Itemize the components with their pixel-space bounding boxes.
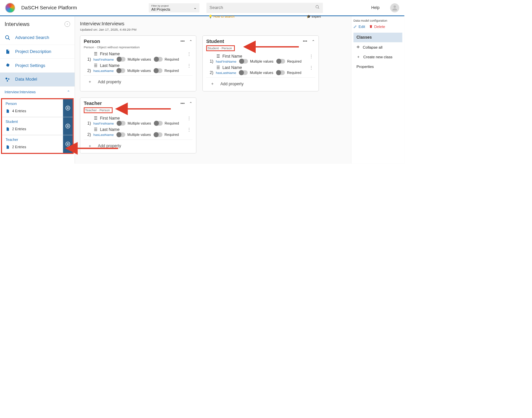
sidebar-item-project-settings[interactable]: Project Settings xyxy=(0,59,75,73)
sidebar: Interviews ‹ Advanced Search Project Des… xyxy=(0,16,75,164)
pencil-icon xyxy=(354,25,357,28)
class-card-student: Student ••• ⌃ Student · Person ☰ First N… xyxy=(202,35,319,91)
add-property-button[interactable]: ＋ Add property xyxy=(206,78,315,87)
class-name: Student xyxy=(6,120,60,124)
project-filter[interactable]: Filter by project All Projects ⌄ xyxy=(149,3,199,12)
class-entries[interactable]: 2 Entries xyxy=(6,145,60,150)
property-index: 2) xyxy=(87,68,91,73)
sidebar-item-label: Project Settings xyxy=(15,63,45,68)
user-avatar[interactable] xyxy=(390,3,399,12)
add-instance-button[interactable] xyxy=(63,99,73,117)
toggle-label: Required xyxy=(165,121,179,125)
add-property-button[interactable]: ＋ Add property xyxy=(84,140,193,149)
property-ref[interactable]: hasLastName xyxy=(94,133,114,137)
topbar: DaSCH Service Platform Filter by project… xyxy=(0,0,404,16)
property-menu-icon[interactable]: ⋮ xyxy=(308,54,315,58)
property-menu-icon[interactable]: ⋮ xyxy=(308,65,315,70)
sidebar-item-advanced-search[interactable]: Advanced Search xyxy=(0,31,75,45)
toggle-required[interactable] xyxy=(154,132,162,137)
more-icon[interactable]: ••• xyxy=(303,39,307,44)
document-icon xyxy=(5,49,11,55)
property-index: 1) xyxy=(87,121,91,126)
property-ref[interactable]: hasFirstName xyxy=(94,57,114,61)
search-box[interactable]: 💡 How to search 🎓 expert xyxy=(206,3,323,13)
toggle-multiple[interactable] xyxy=(117,132,126,137)
sidebar-class-person[interactable]: Person 4 Entries xyxy=(2,99,73,117)
toggle-multiple[interactable] xyxy=(239,70,248,75)
rp-classes-header[interactable]: Classes xyxy=(354,33,402,42)
class-card-teacher: Teacher ••• ⌃ Teacher · Person ☰ First N… xyxy=(80,98,196,154)
edit-button[interactable]: Edit xyxy=(354,24,365,29)
app-logo xyxy=(5,3,15,13)
search-input[interactable] xyxy=(209,5,315,10)
sidebar-item-project-description[interactable]: Project Description xyxy=(0,45,75,59)
delete-button[interactable]: Delete xyxy=(369,24,385,29)
help-link[interactable]: Help xyxy=(371,5,380,10)
toggle-multiple[interactable] xyxy=(117,68,126,73)
property-label: First Name xyxy=(100,116,183,121)
toggle-multiple[interactable] xyxy=(117,57,126,62)
class-entries[interactable]: 2 Entries xyxy=(6,127,60,132)
svg-point-3 xyxy=(6,36,9,39)
add-instance-button[interactable] xyxy=(63,135,73,153)
property-menu-icon[interactable]: ⋮ xyxy=(185,116,192,120)
expert-link[interactable]: 🎓 expert xyxy=(307,15,321,18)
property-label: Last Name xyxy=(100,63,183,68)
chevron-up-icon[interactable]: ⌃ xyxy=(189,101,192,106)
toggle-multiple[interactable] xyxy=(239,59,248,64)
search-icon xyxy=(5,35,11,41)
short-text-icon: ☰ xyxy=(94,127,98,132)
rp-create-class[interactable]: ＋ Create new class xyxy=(354,52,402,62)
collapse-icon: ✛ xyxy=(357,45,360,50)
class-entries[interactable]: 4 Entries xyxy=(6,109,60,114)
svg-line-4 xyxy=(8,38,10,40)
card-subtitle: Person · Object without representation xyxy=(84,45,193,49)
property-menu-icon[interactable]: ⋮ xyxy=(185,52,192,56)
toggle-label: Required xyxy=(164,133,179,137)
short-text-icon: ☰ xyxy=(94,63,98,68)
rp-collapse-all[interactable]: ✛ Collapse all xyxy=(354,42,402,52)
property-ref[interactable]: hasLastName xyxy=(216,71,236,74)
more-icon[interactable]: ••• xyxy=(180,39,185,44)
svg-point-7 xyxy=(8,78,9,80)
chevron-up-icon[interactable]: ⌃ xyxy=(189,39,192,44)
toggle-required[interactable] xyxy=(154,57,163,62)
property-menu-icon[interactable]: ⋮ xyxy=(185,63,192,68)
sidebar-item-label: Project Description xyxy=(15,49,51,54)
search-hints: 💡 How to search 🎓 expert xyxy=(206,15,323,18)
add-instance-button[interactable] xyxy=(63,117,73,135)
how-to-search-link[interactable]: 💡 How to search xyxy=(208,15,234,18)
more-icon[interactable]: ••• xyxy=(180,101,185,106)
add-property-button[interactable]: ＋ Add property xyxy=(84,75,193,84)
plus-icon: ＋ xyxy=(88,79,92,85)
toggle-label: Multiple values xyxy=(128,121,151,125)
property-ref[interactable]: hasFirstName xyxy=(216,59,236,63)
short-text-icon: ☰ xyxy=(94,52,98,56)
property-index: 2) xyxy=(210,70,213,75)
sidebar-item-data-model[interactable]: Data Model xyxy=(0,73,75,87)
property-ref[interactable]: hasLastName xyxy=(94,69,114,72)
toggle-multiple[interactable] xyxy=(117,121,126,126)
toggle-required[interactable] xyxy=(154,121,163,126)
rp-properties-header[interactable]: Properties xyxy=(354,62,402,71)
sidebar-class-student[interactable]: Student 2 Entries xyxy=(2,117,73,135)
main-content: Interview:Interviews Updated on: Jan 17,… xyxy=(75,16,351,164)
sidebar-item-label: Data Model xyxy=(15,77,37,82)
sidebar-ontology-header[interactable]: Interview:Interviews ⌃ xyxy=(0,87,75,98)
toggle-required[interactable] xyxy=(277,59,285,64)
toggle-required[interactable] xyxy=(154,68,162,73)
class-cards: Person ••• ⌃ Person · Object without rep… xyxy=(80,35,346,153)
toggle-required[interactable] xyxy=(276,70,285,75)
chevron-up-icon[interactable]: ⌃ xyxy=(312,39,315,44)
svg-point-2 xyxy=(394,5,396,8)
class-name: Person xyxy=(6,102,60,106)
toggle-label: Multiple values xyxy=(128,57,151,61)
sidebar-class-teacher[interactable]: Teacher 2 Entries xyxy=(2,135,73,153)
svg-line-1 xyxy=(318,8,319,9)
chevron-down-icon: ⌄ xyxy=(193,5,197,10)
ontology-name: Interview:Interviews xyxy=(5,90,36,94)
property-menu-icon[interactable]: ⋮ xyxy=(185,127,192,132)
search-icon[interactable] xyxy=(315,5,320,10)
sidebar-collapse-button[interactable]: ‹ xyxy=(65,21,70,27)
property-ref[interactable]: hasFirstName xyxy=(94,121,114,125)
